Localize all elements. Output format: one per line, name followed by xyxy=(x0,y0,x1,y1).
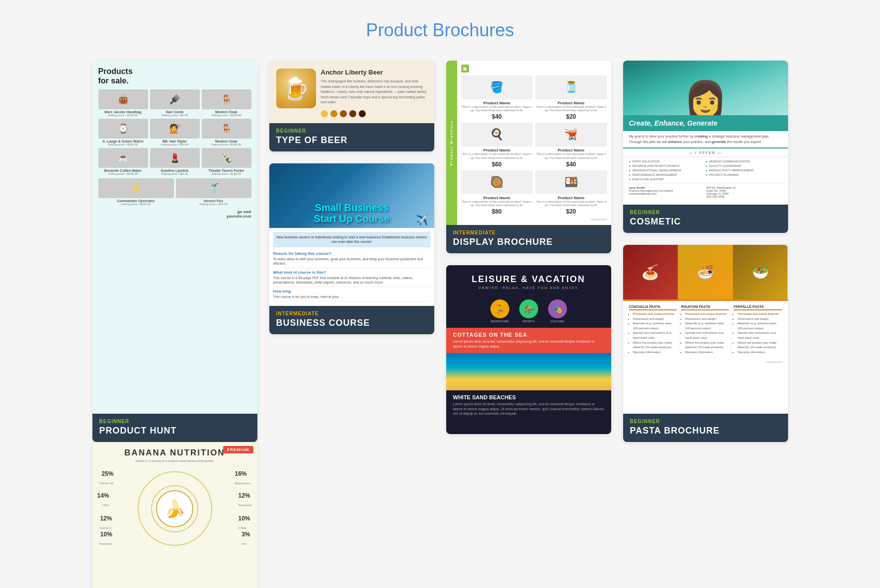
list-item: 🥘 Product Name This is a description of … xyxy=(461,170,533,215)
beer-description: The champagne-like bubbles, distinctive … xyxy=(321,79,427,105)
beer-header: 🍺 Anchor Liberty Beer The champagne-like… xyxy=(276,69,427,117)
card-footer: INTERMEDIATE BUSINESS COURSE xyxy=(269,306,434,334)
list-item: 💄 Somfine Lipstick Asking price • $9.99 xyxy=(150,148,200,175)
pasta-col-title: CONCIGLIA PASTA xyxy=(629,305,677,310)
biz-qa-item: How long This course is for you to keep,… xyxy=(273,287,430,301)
card-footer: BEGINNER TYPE OF BEER xyxy=(269,123,434,151)
level-badge: INTERMEDIATE xyxy=(453,230,604,235)
card-business-course[interactable]: Small BusinessStart Up Course ✈️ New bus… xyxy=(269,163,434,334)
display-sidebar-label: Product Brochure xyxy=(450,120,453,166)
level-badge: BEGINNER xyxy=(630,210,781,215)
card-product-hunt[interactable]: Productsfor sale. 👜 Marc Jacobs Handbag … xyxy=(92,61,257,442)
list-item: 🍳 Product Name This is a description of … xyxy=(461,123,533,167)
leisure-cottages-section: COTTAGES ON THE SEA Lorem ipsum dolor si… xyxy=(446,328,611,353)
card-column-3: Product Brochure ▣ 🪣 Product Name This i… xyxy=(446,61,611,442)
service-item: ● VENDOR COMMUNICATIONS xyxy=(706,159,782,163)
cosmetic-tagline-bar: Create, Enhance, Generate xyxy=(623,115,788,131)
card-display-brochure[interactable]: Product Brochure ▣ 🪣 Product Name This i… xyxy=(446,61,611,253)
ph-visit: go visityoursite.com xyxy=(98,210,251,219)
list-item: 🫙 Product Name This is a description of … xyxy=(535,75,607,120)
list-item: ⚡ Commander Generator Asking price • $32… xyxy=(98,178,174,206)
pasta-img-1: 🍝 xyxy=(623,245,678,299)
leisure-header: LEISURE & VACATION UNWIND, RELAX, HAVE F… xyxy=(446,265,611,294)
cosmetic-hero-image: 👩 xyxy=(623,61,788,115)
biz-preview: Small BusinessStart Up Course ✈️ New bus… xyxy=(269,163,434,306)
card-footer: BEGINNER PRODUCT HUNT xyxy=(92,414,257,442)
list-item: 💇 BB. Hair Styler Asking price • $34.99 xyxy=(150,119,200,146)
list-item: ⌚ A. Lange & Sohne Watch Asking price • … xyxy=(98,119,148,146)
leisure-subtitle: UNWIND, RELAX, HAVE FUN AND ENJOY xyxy=(454,286,603,290)
pasta-col-1: CONCIGLIA PASTA Processed and unique fea… xyxy=(627,305,679,355)
card-cosmetic[interactable]: 👩 Create, Enhance, Generate My goal is t… xyxy=(623,61,788,233)
card-leisure[interactable]: LEISURE & VACATION UNWIND, RELAX, HAVE F… xyxy=(446,265,611,434)
list-item: 🪑 Modern Chair Asking price • $299.99 xyxy=(202,89,251,117)
pasta-col-list: Processed and unique features. Dimension… xyxy=(733,312,782,355)
cottages-title: COTTAGES ON THE SEA xyxy=(453,332,604,338)
leisure-icon-adventure: 🏃 ADVENTURE xyxy=(490,299,509,323)
product-hunt-preview: Productsfor sale. 👜 Marc Jacobs Handbag … xyxy=(92,61,257,414)
pasta-col-title: FARFALLE PASTA xyxy=(733,305,782,310)
biz-course-title: Small BusinessStart Up Course xyxy=(314,202,389,224)
card-title: TYPE OF BEER xyxy=(276,135,427,146)
level-badge: BEGINNER xyxy=(630,419,781,424)
biz-qa-item: Reason for taking this course? To learn … xyxy=(273,249,430,268)
service-item: ● PERFORMANCE MANAGEMENT xyxy=(629,173,706,177)
pasta-col-list: Processed and unique features. Dimension… xyxy=(629,312,677,355)
beer-name: Anchor Liberty Beer xyxy=(321,69,427,76)
pasta-col-list: Processed and unique features. Dimension… xyxy=(681,312,729,355)
spacer-col3 xyxy=(446,442,611,588)
brochure-grid: Productsfor sale. 👜 Marc Jacobs Handbag … xyxy=(92,61,788,442)
ph-heading: Productsfor sale. xyxy=(98,67,251,85)
card-banana[interactable]: PREMIUM BANANA NUTRITION based on 1 serv… xyxy=(92,442,257,588)
biz-plane-icon: ✈️ xyxy=(416,214,428,226)
leisure-preview: LEISURE & VACATION UNWIND, RELAX, HAVE F… xyxy=(446,265,611,434)
card-title: COSMETIC xyxy=(630,217,781,227)
banana-stat: 3% Iron xyxy=(241,531,250,547)
banana-stat: 12% Potassium xyxy=(238,492,252,508)
cosmetic-contact: Jane SmithPractice Management Consultant… xyxy=(623,183,788,201)
level-badge: BEGINNER xyxy=(99,419,250,424)
leisure-icon-sports: 🏇 SPORTS xyxy=(519,299,538,323)
service-item: ● EXECUTIVE SUPPORT xyxy=(629,177,706,181)
list-item: 🫕 Product Name This is a description of … xyxy=(535,123,607,167)
spacer-col4 xyxy=(623,442,788,588)
banana-stat: 16% Magnesium xyxy=(235,470,250,486)
banana-stat: 25% Vitamin B6 xyxy=(99,470,114,486)
color-swatch xyxy=(321,110,328,117)
service-item: ● PRODUCTIVITY IMPROVEMENT xyxy=(706,168,782,172)
service-item: ● PROJECT PLANNING xyxy=(706,173,782,177)
premium-badge: PREMIUM xyxy=(223,446,253,453)
color-swatch xyxy=(330,110,337,117)
banana-emoji: 🍌 xyxy=(156,490,193,527)
beach-image xyxy=(446,353,611,390)
list-item: ☕ Bonavite Coffee Maker Asking price • $… xyxy=(98,148,148,175)
list-item: 👜 Marc Jacobs Handbag Asking price • $29… xyxy=(98,89,148,117)
venngage-watermark: VENNGAGE xyxy=(623,359,788,366)
service-item: ● STAFF EDUCATION xyxy=(629,159,706,163)
cottages-text: Lorem ipsum dolor sit amet, consectetur … xyxy=(453,339,604,349)
service-item: ● ORGANIZATIONAL DEVELOPMENT xyxy=(629,168,706,172)
display-sidebar: Product Brochure xyxy=(446,61,457,225)
biz-intro: New business owners or Individuals looki… xyxy=(273,232,430,248)
pasta-preview: 🍝 🍜 🥗 CONCIGLIA PASTA Processed and uniq… xyxy=(623,245,788,414)
banana-stat: 12% Vitamin C xyxy=(99,515,112,531)
card-beer[interactable]: 🍺 Anchor Liberty Beer The champagne-like… xyxy=(269,61,434,151)
leisure-title: LEISURE & VACATION xyxy=(454,274,603,285)
banana-stat: 10% Folate xyxy=(238,515,250,531)
list-item: 🪑 Modern Chair Asking price • $299.99 xyxy=(202,119,251,146)
service-item: ● REVENUE AND PROFIT GROWTH xyxy=(629,164,706,168)
page-title: Product Brochures xyxy=(10,20,870,41)
card-pasta[interactable]: 🍝 🍜 🥗 CONCIGLIA PASTA Processed and uniq… xyxy=(623,245,788,442)
card-title: DISPLAY BROCHURE xyxy=(453,237,604,247)
leisure-icon-culture: 🎭 CULTURE xyxy=(548,299,567,323)
row-2-standalone: PREMIUM BANANA NUTRITION based on 1 serv… xyxy=(92,442,788,588)
biz-content: New business owners or Individuals looki… xyxy=(269,228,434,306)
sports-icon: 🏇 xyxy=(519,299,538,318)
pasta-col-2: RIGATONI PASTA Processed and unique feat… xyxy=(679,305,731,355)
ph-grid: 👜 Marc Jacobs Handbag Asking price • $29… xyxy=(98,89,251,175)
contact-name: Jane SmithPractice Management Consultant… xyxy=(629,186,705,198)
color-swatch xyxy=(349,110,356,117)
list-item: 🍾 Theatte Tavern Porter Asking price • $… xyxy=(202,148,251,175)
display-grid: 🪣 Product Name This is a description of … xyxy=(461,75,607,215)
culture-icon: 🎭 xyxy=(548,299,567,318)
